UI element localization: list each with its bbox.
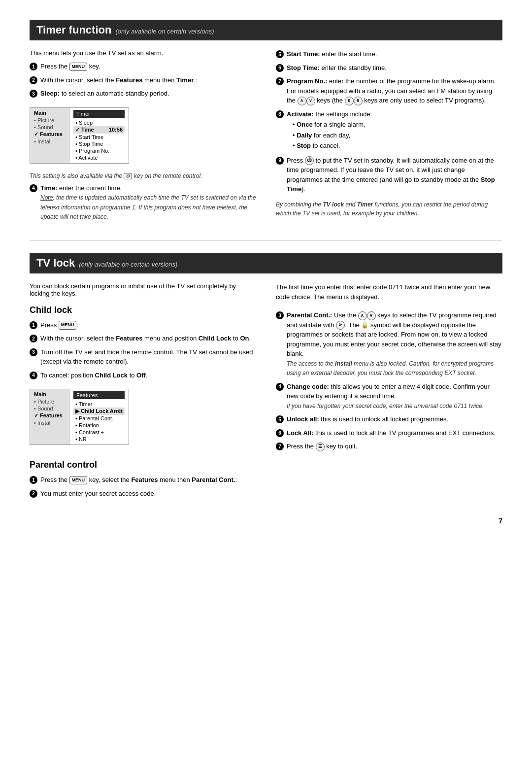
- cl-step-num-4: 4: [30, 372, 37, 379]
- menu-sound: • Sound: [34, 124, 65, 131]
- step-num-8: 8: [276, 110, 284, 118]
- tvl-step-num-5: 5: [276, 415, 284, 423]
- page-number: 7: [30, 517, 502, 525]
- parental-locked-note: The access to the Install menu is also l…: [287, 360, 494, 377]
- section-divider-1: [30, 240, 502, 241]
- timer-step-7: 7 Program No.: enter the number of the p…: [276, 76, 502, 105]
- activate-once: Once for a single alarm,: [287, 120, 502, 130]
- child-lock-menu-screenshot: Main • Picture • Sound ✓ Features • Inst…: [30, 389, 129, 445]
- tvlock-right-intro: The first time you enter this, enter cod…: [276, 282, 502, 303]
- step-num-7: 7: [276, 77, 284, 85]
- standby-key: ⏻: [305, 156, 314, 165]
- forgot-code-note: If you have forgotten your secret code, …: [287, 403, 484, 409]
- tvl-step-num-6: 6: [276, 429, 284, 437]
- timer-step-1: 1 Press the MENU key.: [30, 62, 256, 71]
- time-note: Note: the time is updated automatically …: [40, 194, 256, 220]
- step-num-4: 4: [30, 184, 37, 192]
- tvlock-right-step-3: 3 Parental Cont.: Use the ∧∨ keys to sel…: [276, 310, 502, 378]
- step-num-2: 2: [30, 76, 37, 84]
- menu-stop-time: • Stop Time: [73, 140, 125, 147]
- timer-intro: This menu lets you use the TV set as an …: [30, 49, 256, 57]
- tvlock-right-step-5: 5 Unlock all: this is used to unlock all…: [276, 414, 502, 424]
- timer-section-header: Timer function (only available on certai…: [30, 20, 502, 40]
- cl-menu-main-title: Main: [34, 391, 65, 397]
- child-lock-step-2: 2 With the cursor, select the Features m…: [30, 334, 256, 343]
- timer-label: Timer: [176, 76, 194, 84]
- zero-key: 0: [345, 97, 354, 105]
- timer-step-3: 3 Sleep: to select an automatic standby …: [30, 89, 256, 99]
- cl-menu-left-panel: Main • Picture • Sound ✓ Features • Inst…: [30, 389, 69, 444]
- step-num-6: 6: [276, 64, 284, 72]
- menu-sleep: • Sleep: [73, 119, 125, 126]
- cl-step-num-1: 1: [30, 321, 37, 329]
- down-arrow-key: ∨: [306, 97, 315, 105]
- timer-step-4: 4 Time: enter the current time. Note: th…: [30, 183, 256, 222]
- cl-menu-contrast: • Contrast +: [73, 429, 125, 436]
- tvlock-right-step-4: 4 Change code: this allows you to enter …: [276, 382, 502, 411]
- step-num-5: 5: [276, 50, 284, 58]
- timer-step-9: 9 Press ⏻ to put the TV set in standby. …: [276, 156, 502, 194]
- down-key-pc: ∨: [367, 311, 376, 320]
- cl-menu-timer: • Timer: [73, 401, 125, 408]
- lock-symbol: 🔒: [361, 322, 368, 329]
- tvlock-left-col: You can block certain programs or inhibi…: [30, 282, 256, 503]
- step-num-3: 3: [30, 90, 37, 98]
- timer-step-5: 5 Start Time: enter the start time.: [276, 49, 502, 59]
- tvl-step-num-3: 3: [276, 311, 284, 319]
- tvlock-section-header: TV lock (only available on certain versi…: [30, 253, 502, 273]
- menu-left-panel: Main • Picture • Sound ✓ Features • Inst…: [30, 108, 69, 163]
- tvlock-subtitle: (only available on certain versions): [79, 261, 177, 268]
- menu-key-pc: MENU: [69, 476, 88, 485]
- cl-menu-install: • Install: [34, 419, 65, 426]
- timer-right-col: 5 Start Time: enter the start time. 6 St…: [276, 49, 502, 226]
- timer-step-2: 2 With the cursor, select the Features m…: [30, 75, 256, 85]
- parental-control-title: Parental control: [30, 460, 256, 470]
- tvlock-right-step-7: 7 Press the ☰ key to quit.: [276, 442, 502, 451]
- pc-step-num-1: 1: [30, 476, 37, 484]
- ok-key-pc: ⊳: [336, 321, 345, 330]
- timer-step-8: 8 Activate: the settings include: Once f…: [276, 109, 502, 152]
- menu-timer-header: Timer: [73, 110, 125, 118]
- tvlock-content: You can block certain programs or inhibi…: [30, 282, 502, 503]
- child-lock-step-3: 3 Turn off the TV set and hide the remot…: [30, 347, 256, 367]
- menu-features: ✓ Features: [34, 131, 65, 138]
- time-label: Time:: [40, 184, 57, 192]
- cl-menu-child-lock: ▶ Child LockArrêt: [73, 408, 125, 415]
- timer-subtitle: (only available on certain versions): [115, 28, 214, 35]
- parental-step-2: 2 You must enter your secret access code…: [30, 489, 256, 499]
- tvlock-intro: You can block certain programs or inhibi…: [30, 282, 256, 297]
- child-lock-step-4: 4 To cancel: position Child Lock to Off.: [30, 371, 256, 380]
- tvl-step-num-7: 7: [276, 443, 284, 450]
- cl-step-num-2: 2: [30, 335, 37, 342]
- menu-main-title: Main: [34, 110, 65, 116]
- tvlock-right-col: The first time you enter this, enter cod…: [276, 282, 502, 503]
- features-label: Features: [116, 76, 142, 84]
- cl-menu-picture: • Picture: [34, 398, 65, 405]
- cl-menu-features-header: Features: [73, 391, 125, 399]
- tvlock-title: TV lock: [36, 257, 75, 270]
- menu-program-no: • Program No.: [73, 147, 125, 154]
- cl-menu-rotation: • Rotation: [73, 422, 125, 429]
- cl-menu-sound: • Sound: [34, 405, 65, 412]
- step-num-9: 9: [276, 157, 284, 165]
- child-lock-step-1: 1 Press MENU.: [30, 320, 256, 330]
- tvlock-section: TV lock (only available on certain versi…: [30, 253, 502, 503]
- menu-key-icon: MENU: [69, 63, 88, 71]
- up-arrow-key: ∧: [298, 97, 306, 105]
- cl-menu-right-panel: Features • Timer ▶ Child LockArrêt • Par…: [69, 389, 129, 444]
- child-lock-title: Child lock: [30, 305, 256, 315]
- timer-step-6: 6 Stop Time: enter the standby time.: [276, 63, 502, 73]
- tvlock-right-step-6: 6 Lock All: this is used to lock all the…: [276, 428, 502, 438]
- nine-key: 9: [354, 97, 363, 105]
- sleep-label: Sleep:: [40, 90, 60, 97]
- activate-stop: Stop to cancel.: [287, 141, 502, 151]
- menu-key-cl: MENU: [59, 321, 77, 330]
- cl-menu-parental: • Parental Cont.: [73, 415, 125, 422]
- menu-right-panel: Timer • Sleep ✓ Time10:56 • Start Time •…: [69, 108, 129, 163]
- timer-left-col: This menu lets you use the TV set as an …: [30, 49, 256, 226]
- tvl-step-num-4: 4: [276, 383, 284, 391]
- menu-start-time: • Start Time: [73, 134, 125, 140]
- quit-key: ☰: [316, 443, 325, 451]
- menu-install: • Install: [34, 138, 65, 145]
- combining-note: By combining the TV lock and Timer funct…: [276, 200, 502, 218]
